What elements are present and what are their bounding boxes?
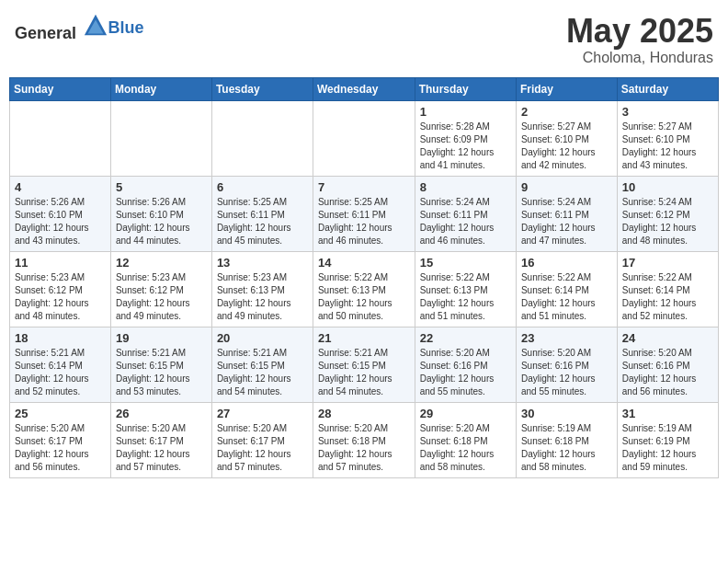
calendar-cell [10, 100, 111, 176]
day-info: Sunrise: 5:20 AM Sunset: 6:16 PM Dayligh… [622, 347, 713, 398]
day-info: Sunrise: 5:22 AM Sunset: 6:13 PM Dayligh… [318, 271, 410, 323]
logo-icon [83, 13, 108, 39]
calendar-cell: 7Sunrise: 5:25 AM Sunset: 6:11 PM Daylig… [313, 176, 415, 251]
day-info: Sunrise: 5:20 AM Sunset: 6:18 PM Dayligh… [318, 422, 410, 474]
day-number: 21 [318, 331, 410, 345]
day-number: 17 [622, 256, 713, 270]
day-info: Sunrise: 5:19 AM Sunset: 6:18 PM Dayligh… [521, 422, 612, 474]
calendar-cell: 15Sunrise: 5:22 AM Sunset: 6:13 PM Dayli… [415, 251, 516, 327]
calendar-week-0: 1Sunrise: 5:28 AM Sunset: 6:09 PM Daylig… [10, 100, 719, 176]
logo-blue: Blue [108, 18, 144, 37]
header: General Blue May 2025 Choloma, Honduras [9, 9, 719, 70]
col-header-thursday: Thursday [415, 77, 516, 100]
calendar-cell: 1Sunrise: 5:28 AM Sunset: 6:09 PM Daylig… [415, 100, 516, 176]
col-header-saturday: Saturday [617, 77, 718, 100]
calendar-cell [110, 100, 211, 176]
day-number: 14 [318, 256, 410, 270]
calendar-cell: 19Sunrise: 5:21 AM Sunset: 6:15 PM Dayli… [110, 327, 211, 402]
calendar: SundayMondayTuesdayWednesdayThursdayFrid… [9, 77, 719, 478]
calendar-cell: 6Sunrise: 5:25 AM Sunset: 6:11 PM Daylig… [211, 176, 313, 251]
day-number: 6 [217, 180, 308, 194]
day-info: Sunrise: 5:20 AM Sunset: 6:17 PM Dayligh… [15, 422, 106, 474]
day-number: 13 [217, 256, 308, 270]
calendar-cell: 2Sunrise: 5:27 AM Sunset: 6:10 PM Daylig… [516, 100, 617, 176]
day-info: Sunrise: 5:25 AM Sunset: 6:11 PM Dayligh… [217, 196, 308, 247]
day-info: Sunrise: 5:27 AM Sunset: 6:10 PM Dayligh… [521, 121, 612, 172]
logo-general: General [15, 24, 76, 42]
col-header-wednesday: Wednesday [313, 77, 415, 100]
day-number: 11 [15, 256, 106, 270]
calendar-cell: 5Sunrise: 5:26 AM Sunset: 6:10 PM Daylig… [110, 176, 211, 251]
day-info: Sunrise: 5:26 AM Sunset: 6:10 PM Dayligh… [116, 196, 207, 247]
day-number: 22 [420, 331, 511, 345]
day-info: Sunrise: 5:24 AM Sunset: 6:11 PM Dayligh… [420, 196, 511, 247]
day-info: Sunrise: 5:22 AM Sunset: 6:13 PM Dayligh… [420, 271, 511, 323]
day-info: Sunrise: 5:28 AM Sunset: 6:09 PM Dayligh… [420, 121, 511, 172]
calendar-cell: 25Sunrise: 5:20 AM Sunset: 6:17 PM Dayli… [10, 402, 111, 477]
title-area: May 2025 Choloma, Honduras [566, 13, 713, 66]
calendar-cell: 11Sunrise: 5:23 AM Sunset: 6:12 PM Dayli… [10, 251, 111, 327]
day-info: Sunrise: 5:19 AM Sunset: 6:19 PM Dayligh… [622, 422, 713, 474]
day-number: 4 [15, 180, 106, 194]
calendar-cell: 31Sunrise: 5:19 AM Sunset: 6:19 PM Dayli… [617, 402, 718, 477]
day-info: Sunrise: 5:20 AM Sunset: 6:18 PM Dayligh… [420, 422, 511, 474]
day-number: 26 [116, 407, 207, 420]
day-number: 20 [217, 331, 308, 345]
day-number: 10 [622, 180, 713, 194]
day-info: Sunrise: 5:21 AM Sunset: 6:15 PM Dayligh… [217, 347, 308, 398]
day-number: 5 [116, 180, 207, 194]
logo: General Blue [15, 13, 144, 43]
calendar-cell [313, 100, 415, 176]
day-number: 28 [318, 407, 410, 420]
day-info: Sunrise: 5:27 AM Sunset: 6:10 PM Dayligh… [622, 121, 713, 172]
calendar-week-4: 25Sunrise: 5:20 AM Sunset: 6:17 PM Dayli… [10, 402, 719, 477]
day-number: 23 [521, 331, 612, 345]
day-number: 18 [15, 331, 106, 345]
day-info: Sunrise: 5:20 AM Sunset: 6:17 PM Dayligh… [217, 422, 308, 474]
calendar-cell: 10Sunrise: 5:24 AM Sunset: 6:12 PM Dayli… [617, 176, 718, 251]
day-info: Sunrise: 5:23 AM Sunset: 6:12 PM Dayligh… [15, 271, 106, 323]
calendar-cell: 29Sunrise: 5:20 AM Sunset: 6:18 PM Dayli… [415, 402, 516, 477]
calendar-cell: 4Sunrise: 5:26 AM Sunset: 6:10 PM Daylig… [10, 176, 111, 251]
day-info: Sunrise: 5:22 AM Sunset: 6:14 PM Dayligh… [521, 271, 612, 323]
day-number: 31 [622, 407, 713, 420]
day-number: 9 [521, 180, 612, 194]
calendar-cell: 27Sunrise: 5:20 AM Sunset: 6:17 PM Dayli… [211, 402, 313, 477]
calendar-cell [211, 100, 313, 176]
day-number: 15 [420, 256, 511, 270]
calendar-cell: 12Sunrise: 5:23 AM Sunset: 6:12 PM Dayli… [110, 251, 211, 327]
location-title: Choloma, Honduras [566, 50, 713, 66]
day-number: 30 [521, 407, 612, 420]
calendar-cell: 24Sunrise: 5:20 AM Sunset: 6:16 PM Dayli… [617, 327, 718, 402]
day-number: 1 [420, 105, 511, 119]
calendar-cell: 16Sunrise: 5:22 AM Sunset: 6:14 PM Dayli… [516, 251, 617, 327]
col-header-tuesday: Tuesday [211, 77, 313, 100]
col-header-sunday: Sunday [10, 77, 111, 100]
calendar-cell: 21Sunrise: 5:21 AM Sunset: 6:15 PM Dayli… [313, 327, 415, 402]
calendar-week-2: 11Sunrise: 5:23 AM Sunset: 6:12 PM Dayli… [10, 251, 719, 327]
calendar-cell: 26Sunrise: 5:20 AM Sunset: 6:17 PM Dayli… [110, 402, 211, 477]
day-info: Sunrise: 5:21 AM Sunset: 6:15 PM Dayligh… [318, 347, 410, 398]
calendar-cell: 9Sunrise: 5:24 AM Sunset: 6:11 PM Daylig… [516, 176, 617, 251]
calendar-cell: 28Sunrise: 5:20 AM Sunset: 6:18 PM Dayli… [313, 402, 415, 477]
calendar-week-1: 4Sunrise: 5:26 AM Sunset: 6:10 PM Daylig… [10, 176, 719, 251]
day-number: 12 [116, 256, 207, 270]
day-info: Sunrise: 5:23 AM Sunset: 6:13 PM Dayligh… [217, 271, 308, 323]
day-info: Sunrise: 5:25 AM Sunset: 6:11 PM Dayligh… [318, 196, 410, 247]
calendar-cell: 3Sunrise: 5:27 AM Sunset: 6:10 PM Daylig… [617, 100, 718, 176]
day-number: 27 [217, 407, 308, 420]
day-number: 29 [420, 407, 511, 420]
day-info: Sunrise: 5:21 AM Sunset: 6:15 PM Dayligh… [116, 347, 207, 398]
calendar-cell: 17Sunrise: 5:22 AM Sunset: 6:14 PM Dayli… [617, 251, 718, 327]
day-info: Sunrise: 5:24 AM Sunset: 6:12 PM Dayligh… [622, 196, 713, 247]
day-number: 2 [521, 105, 612, 119]
calendar-cell: 20Sunrise: 5:21 AM Sunset: 6:15 PM Dayli… [211, 327, 313, 402]
calendar-header-row: SundayMondayTuesdayWednesdayThursdayFrid… [10, 77, 719, 100]
calendar-cell: 14Sunrise: 5:22 AM Sunset: 6:13 PM Dayli… [313, 251, 415, 327]
day-info: Sunrise: 5:26 AM Sunset: 6:10 PM Dayligh… [15, 196, 106, 247]
day-number: 24 [622, 331, 713, 345]
col-header-friday: Friday [516, 77, 617, 100]
day-info: Sunrise: 5:20 AM Sunset: 6:16 PM Dayligh… [521, 347, 612, 398]
calendar-cell: 18Sunrise: 5:21 AM Sunset: 6:14 PM Dayli… [10, 327, 111, 402]
col-header-monday: Monday [110, 77, 211, 100]
